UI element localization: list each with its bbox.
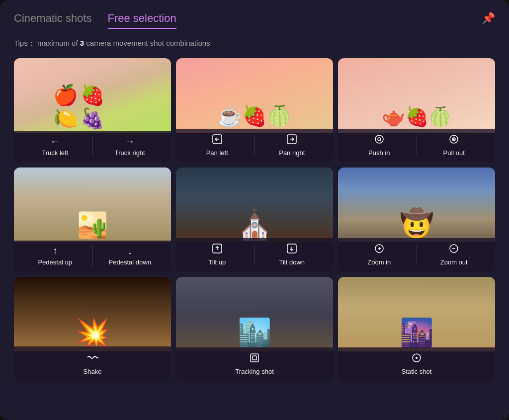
tab-free-selection[interactable]: Free selection: [108, 12, 176, 29]
btn-tilt-up[interactable]: Tilt up: [180, 243, 254, 266]
btn-pan-left[interactable]: Pan left: [180, 134, 254, 157]
btn-tracking-shot[interactable]: Tracking shot: [180, 352, 329, 375]
btn-push-in[interactable]: Push in: [342, 134, 417, 157]
svg-rect-19: [251, 354, 258, 362]
btn-shake[interactable]: Shake: [18, 351, 167, 375]
label-static-shot: Static shot: [402, 368, 432, 375]
btn-pedestal-up[interactable]: ↑Pedestal up: [18, 246, 92, 266]
shots-grid: ←Truck left→Truck rightPan leftPan right…: [14, 58, 495, 381]
btn-pan-right[interactable]: Pan right: [255, 134, 330, 157]
btn-tilt-down[interactable]: Tilt down: [255, 243, 330, 266]
card-pan[interactable]: Pan leftPan right: [176, 58, 333, 163]
tips-text: Tips： maximum of 3 camera movement shot …: [14, 39, 495, 48]
icon-pedestal-up: ↑: [53, 246, 58, 255]
pin-icon[interactable]: 📌: [482, 12, 495, 25]
btn-zoom-out[interactable]: Zoom out: [417, 243, 492, 266]
card-tilt[interactable]: Tilt upTilt down: [176, 168, 333, 272]
icon-push-in: [374, 134, 385, 146]
label-tilt-up: Tilt up: [208, 258, 226, 266]
card-pedestal[interactable]: ↑Pedestal up↓Pedestal down: [14, 168, 171, 272]
label-pan-left: Pan left: [206, 149, 228, 157]
icon-truck-right: →: [125, 136, 135, 146]
icon-shake: [86, 351, 98, 365]
card-tracking[interactable]: Tracking shot: [176, 277, 333, 381]
btn-truck-left[interactable]: ←Truck left: [18, 136, 92, 157]
label-pull-out: Pull out: [443, 149, 465, 157]
label-tracking-shot: Tracking shot: [235, 368, 274, 375]
label-truck-left: Truck left: [42, 149, 68, 157]
label-truck-right: Truck right: [115, 149, 145, 157]
tab-cinematic-shots[interactable]: Cinematic shots: [14, 12, 92, 29]
svg-point-5: [378, 138, 381, 141]
tab-bar: Cinematic shots Free selection: [14, 12, 495, 29]
icon-pan-right: [286, 134, 297, 146]
card-push[interactable]: Push inPull out: [338, 58, 495, 163]
svg-point-4: [375, 135, 383, 143]
svg-rect-20: [253, 356, 256, 360]
label-push-in: Push in: [368, 149, 390, 157]
label-pedestal-down: Pedestal down: [109, 258, 151, 266]
label-shake: Shake: [84, 368, 102, 375]
btn-truck-right[interactable]: →Truck right: [93, 136, 168, 157]
icon-tilt-up: [212, 243, 223, 255]
label-pedestal-up: Pedestal up: [38, 258, 72, 266]
btn-zoom-in[interactable]: Zoom in: [342, 243, 417, 266]
icon-pan-left: [212, 134, 223, 146]
icon-tilt-down: [286, 243, 297, 255]
label-tilt-down: Tilt down: [279, 258, 305, 266]
card-zoom[interactable]: Zoom inZoom out: [338, 168, 495, 272]
icon-zoom-out: [448, 243, 459, 255]
icon-pull-out: [448, 134, 459, 146]
label-zoom-in: Zoom in: [367, 258, 391, 266]
card-truck[interactable]: ←Truck left→Truck right: [14, 58, 171, 163]
svg-point-22: [416, 357, 418, 359]
card-static[interactable]: Static shot: [338, 277, 495, 381]
icon-zoom-in: [374, 243, 385, 255]
main-panel: Cinematic shots Free selection 📌 Tips： m…: [0, 0, 509, 420]
label-pan-right: Pan right: [279, 149, 305, 157]
icon-tracking-shot: [249, 352, 260, 365]
icon-static-shot: [411, 352, 422, 365]
card-shake[interactable]: Shake: [14, 277, 171, 381]
btn-static-shot[interactable]: Static shot: [342, 352, 491, 375]
label-zoom-out: Zoom out: [440, 258, 468, 266]
btn-pull-out[interactable]: Pull out: [417, 134, 492, 157]
icon-truck-left: ←: [50, 136, 60, 146]
icon-pedestal-down: ↓: [127, 246, 132, 255]
btn-pedestal-down[interactable]: ↓Pedestal down: [93, 246, 168, 266]
